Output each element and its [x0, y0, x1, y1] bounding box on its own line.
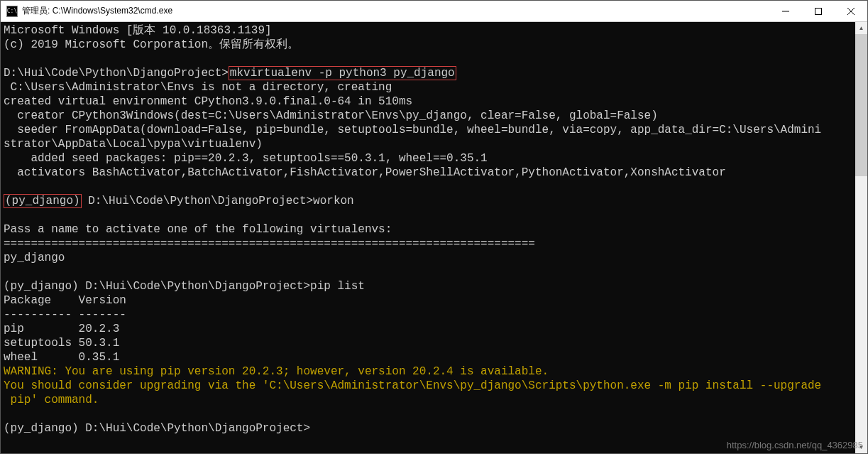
prompt: D:\Hui\Code\Python\DjangoProject> [4, 67, 229, 80]
close-button[interactable] [835, 1, 867, 21]
line: strator\AppData\Local\pypa\virtualenv) [4, 138, 263, 151]
maximize-button[interactable] [802, 1, 835, 21]
line: Pass a name to activate one of the follo… [4, 223, 392, 236]
highlight-env: (py_django) [4, 194, 82, 208]
line: py_django [4, 252, 65, 264]
table-row: setuptools 50.3.1 [4, 337, 119, 350]
cmd-window: C:\ 管理员: C:\Windows\System32\cmd.exe Mic… [0, 0, 868, 454]
line: ---------- ------- [4, 308, 126, 321]
cmd-icon: C:\ [6, 6, 18, 17]
scroll-thumb[interactable] [855, 34, 867, 176]
table-row: wheel 0.35.1 [4, 351, 119, 364]
table-row: pip 20.2.3 [4, 323, 119, 335]
line: Microsoft Windows [版本 10.0.18363.1139] [4, 24, 272, 37]
prompt: (py_django) D:\Hui\Code\Python\DjangoPro… [4, 422, 310, 435]
watermark: https://blog.csdn.net/qq_4362985 [727, 440, 863, 450]
titlebar[interactable]: C:\ 管理员: C:\Windows\System32\cmd.exe [1, 1, 867, 22]
minimize-button[interactable] [769, 1, 802, 21]
prompt: (py_django) D:\Hui\Code\Python\DjangoPro… [4, 280, 365, 293]
line: Package Version [4, 294, 126, 307]
scroll-track[interactable] [855, 34, 867, 441]
prompt: D:\Hui\Code\Python\DjangoProject>workon [82, 195, 354, 207]
line: creator CPython3Windows(dest=C:\Users\Ad… [4, 109, 658, 122]
scroll-up-icon[interactable]: ▲ [855, 22, 867, 34]
svg-rect-1 [815, 8, 822, 14]
warning-line: You should consider upgrading via the 'C… [4, 379, 821, 392]
content-area: Microsoft Windows [版本 10.0.18363.1139] (… [1, 22, 867, 453]
warning-line: WARNING: You are using pip version 20.2.… [4, 365, 549, 378]
line: (c) 2019 Microsoft Corporation。保留所有权利。 [4, 38, 299, 51]
highlight-command: mkvirtualenv -p python3 py_django [229, 66, 456, 80]
line: C:\Users\Administrator\Envs is not a dir… [4, 81, 392, 94]
window-controls [769, 1, 867, 21]
line: ========================================… [4, 237, 535, 250]
line: seeder FromAppData(download=False, pip=b… [4, 124, 821, 136]
vertical-scrollbar[interactable]: ▲ ▼ [855, 22, 867, 453]
line: activators BashActivator,BatchActivator,… [4, 166, 726, 179]
line: added seed packages: pip==20.2.3, setupt… [4, 152, 488, 165]
terminal-output[interactable]: Microsoft Windows [版本 10.0.18363.1139] (… [1, 22, 855, 453]
window-title: 管理员: C:\Windows\System32\cmd.exe [22, 5, 769, 17]
line: created virtual environment CPython3.9.0… [4, 95, 412, 108]
warning-line: pip' command. [4, 394, 99, 406]
